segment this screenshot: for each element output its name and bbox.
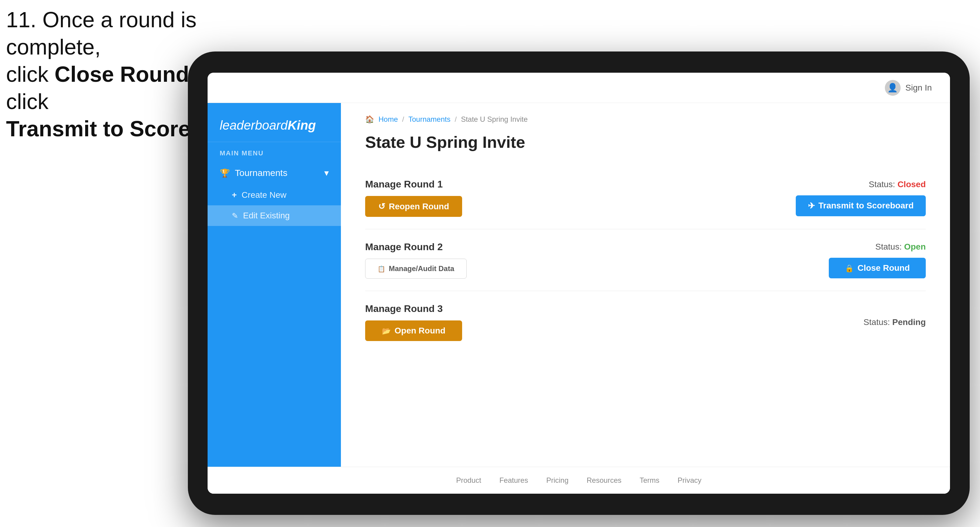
logo-leaderboard-text: leaderboard bbox=[220, 118, 288, 132]
app-body: leaderboardKing MAIN MENU Tournaments Cr… bbox=[208, 103, 950, 467]
round-1-section: Manage Round 1 Reopen Round Status: Clos… bbox=[365, 167, 926, 229]
create-new-label: Create New bbox=[242, 190, 286, 200]
trophy-icon bbox=[220, 168, 230, 178]
sign-in-link[interactable]: Sign In bbox=[905, 83, 932, 93]
round-3-section: Manage Round 3 Open Round Status: Pendin… bbox=[365, 291, 926, 353]
tablet-screen: 👤 Sign In leaderboardKing MAIN MENU T bbox=[208, 73, 950, 494]
chevron-down-icon bbox=[324, 167, 329, 178]
round-3-left: Manage Round 3 Open Round bbox=[365, 303, 462, 341]
page-title: State U Spring Invite bbox=[365, 133, 926, 151]
round-2-status-value: Open bbox=[904, 242, 926, 251]
breadcrumb-current: State U Spring Invite bbox=[461, 115, 528, 124]
main-content: 🏠 Home / Tournaments / State U Spring In… bbox=[341, 103, 950, 467]
round-1-status: Status: Closed bbox=[869, 179, 926, 189]
main-menu-label: MAIN MENU bbox=[208, 142, 341, 161]
footer-privacy[interactable]: Privacy bbox=[678, 476, 702, 484]
sidebar-item-edit-existing[interactable]: Edit Existing bbox=[208, 205, 341, 226]
sidebar: leaderboardKing MAIN MENU Tournaments Cr… bbox=[208, 103, 341, 467]
app-logo: leaderboardKing bbox=[220, 118, 329, 133]
close-icon bbox=[845, 263, 854, 273]
sign-in-area: 👤 Sign In bbox=[885, 80, 932, 96]
user-avatar: 👤 bbox=[885, 80, 900, 96]
breadcrumb-sep1: / bbox=[402, 115, 404, 124]
tablet-device: 👤 Sign In leaderboardKing MAIN MENU T bbox=[188, 51, 970, 515]
reopen-round-label: Reopen Round bbox=[389, 202, 449, 211]
round-2-status: Status: Open bbox=[875, 242, 926, 252]
breadcrumb: 🏠 Home / Tournaments / State U Spring In… bbox=[365, 115, 926, 124]
transmit-to-scoreboard-button[interactable]: Transmit to Scoreboard bbox=[796, 195, 926, 216]
audit-icon bbox=[377, 264, 385, 273]
round-3-status: Status: Pending bbox=[864, 317, 926, 327]
edit-existing-label: Edit Existing bbox=[243, 211, 290, 221]
transmit-label: Transmit to Scoreboard bbox=[818, 201, 914, 211]
close-round-label: Close Round bbox=[858, 263, 910, 273]
footer: Product Features Pricing Resources Terms… bbox=[208, 467, 950, 494]
plus-icon bbox=[232, 190, 237, 200]
open-icon bbox=[382, 326, 391, 336]
sidebar-tournaments-label: Tournaments bbox=[235, 168, 287, 178]
round-1-left: Manage Round 1 Reopen Round bbox=[365, 179, 462, 217]
sidebar-item-create-new[interactable]: Create New bbox=[208, 185, 341, 205]
reopen-icon bbox=[378, 202, 385, 211]
reopen-round-button[interactable]: Reopen Round bbox=[365, 196, 462, 217]
sidebar-item-tournaments[interactable]: Tournaments bbox=[208, 161, 341, 185]
round-1-right: Status: Closed Transmit to Scoreboard bbox=[796, 179, 926, 216]
top-bar: 👤 Sign In bbox=[208, 73, 950, 103]
footer-pricing[interactable]: Pricing bbox=[546, 476, 568, 484]
breadcrumb-home-icon: 🏠 bbox=[365, 115, 374, 124]
instruction-close-round: Close Round bbox=[54, 62, 189, 86]
edit-icon bbox=[232, 211, 238, 221]
round-1-title: Manage Round 1 bbox=[365, 179, 462, 190]
open-round-label: Open Round bbox=[395, 326, 445, 336]
footer-features[interactable]: Features bbox=[500, 476, 528, 484]
round-2-left: Manage Round 2 Manage/Audit Data bbox=[365, 241, 467, 279]
round-2-section: Manage Round 2 Manage/Audit Data Status:… bbox=[365, 229, 926, 291]
footer-product[interactable]: Product bbox=[456, 476, 481, 484]
round-3-title: Manage Round 3 bbox=[365, 303, 462, 314]
round-2-title: Manage Round 2 bbox=[365, 241, 467, 252]
footer-terms[interactable]: Terms bbox=[640, 476, 659, 484]
logo-king-text: King bbox=[288, 118, 316, 132]
round-1-status-value: Closed bbox=[897, 179, 926, 189]
manage-audit-label: Manage/Audit Data bbox=[389, 264, 454, 273]
round-3-right: Status: Pending bbox=[864, 317, 926, 327]
round-3-status-value: Pending bbox=[892, 317, 926, 327]
close-round-button[interactable]: Close Round bbox=[829, 258, 926, 278]
breadcrumb-tournaments-link[interactable]: Tournaments bbox=[409, 115, 450, 124]
footer-resources[interactable]: Resources bbox=[587, 476, 622, 484]
open-round-button[interactable]: Open Round bbox=[365, 321, 462, 341]
breadcrumb-sep2: / bbox=[455, 115, 457, 124]
round-2-right: Status: Open Close Round bbox=[829, 242, 926, 278]
logo-area: leaderboardKing bbox=[208, 109, 341, 142]
user-icon: 👤 bbox=[887, 83, 898, 93]
breadcrumb-home-link[interactable]: Home bbox=[379, 115, 398, 124]
transmit-icon bbox=[808, 201, 815, 211]
manage-audit-button[interactable]: Manage/Audit Data bbox=[365, 259, 467, 279]
